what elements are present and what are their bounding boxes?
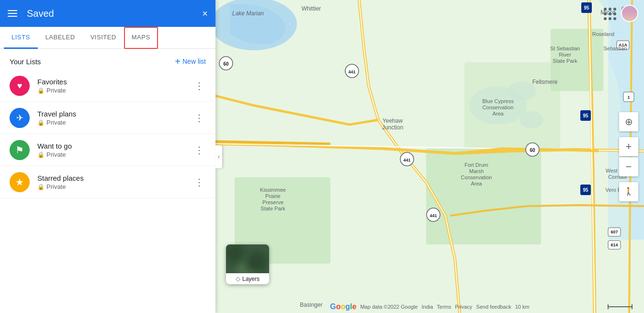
privacy-link[interactable]: Privacy	[455, 304, 472, 310]
svg-text:441: 441	[348, 70, 355, 74]
scale-label: 10 km	[515, 304, 530, 310]
layers-button[interactable]: ◇ Layers	[226, 244, 269, 284]
tab-visited[interactable]: VISITED	[83, 27, 124, 49]
svg-text:Kissimmee: Kissimmee	[260, 187, 286, 193]
more-options-starred-places[interactable]: ⋮	[192, 174, 206, 190]
list-name-favorites: Favorites	[37, 78, 192, 86]
svg-text:60: 60	[223, 61, 229, 67]
list-item-starred-places[interactable]: ★ Starred places 🔒 Private ⋮	[0, 166, 215, 198]
map-controls	[619, 112, 638, 201]
svg-text:Whittier: Whittier	[302, 5, 321, 12]
tab-labeled[interactable]: LABELED	[38, 27, 83, 49]
sidebar: Saved × LISTS LABELED VISITED MAPS Your …	[0, 0, 215, 313]
new-list-button[interactable]: + New list	[175, 57, 206, 66]
svg-text:Sebastian: Sebastian	[604, 46, 627, 51]
list-name-want-to-go: Want to go	[37, 142, 192, 150]
more-options-favorites[interactable]: ⋮	[192, 78, 206, 93]
svg-text:Conservation: Conservation	[461, 174, 492, 180]
svg-text:Conservation: Conservation	[483, 104, 514, 110]
close-icon[interactable]: ×	[202, 8, 208, 19]
svg-text:95: 95	[583, 113, 588, 118]
layers-diamond-icon: ◇	[236, 275, 240, 282]
map-area[interactable]: 441 441 441 60 60 95 95 95 1 A1A 607	[215, 0, 644, 313]
tab-lists[interactable]: LISTS	[4, 27, 38, 49]
hamburger-menu-icon[interactable]	[8, 10, 17, 17]
lock-icon: 🔒	[37, 119, 45, 126]
lists-header: Your Lists + New list	[0, 49, 215, 70]
sidebar-title: Saved	[27, 8, 202, 19]
svg-text:60: 60	[530, 148, 535, 153]
starred-places-icon: ★	[10, 172, 30, 192]
travel-plans-icon: ✈	[10, 108, 30, 128]
svg-text:1: 1	[627, 95, 630, 100]
list-privacy-want-to-go: 🔒 Private	[37, 151, 192, 158]
more-options-travel-plans[interactable]: ⋮	[192, 110, 206, 126]
new-list-label: New list	[182, 58, 206, 65]
terms-link[interactable]: Terms	[437, 304, 451, 310]
list-privacy-travel-plans: 🔒 Private	[37, 119, 192, 126]
lock-icon: 🔒	[37, 151, 45, 158]
svg-text:Area: Area	[471, 181, 482, 186]
svg-text:Blue Cypress: Blue Cypress	[482, 98, 514, 104]
svg-text:Fellsmere: Fellsmere	[532, 79, 558, 85]
svg-text:State Park: State Park	[553, 58, 577, 64]
street-view-button[interactable]	[619, 182, 638, 201]
lock-icon: 🔒	[37, 184, 45, 190]
want-to-go-icon: ⚑	[10, 140, 30, 160]
location-target-button[interactable]	[619, 112, 638, 131]
lock-icon: 🔒	[37, 87, 45, 94]
svg-text:441: 441	[429, 213, 437, 218]
favorites-icon: ♥	[10, 76, 30, 96]
svg-text:441: 441	[403, 158, 410, 162]
zoom-out-button[interactable]	[619, 157, 638, 176]
svg-text:State Park: State Park	[260, 206, 285, 211]
zoom-in-button[interactable]	[619, 137, 638, 156]
sidebar-collapse-handle[interactable]: ‹	[215, 145, 222, 168]
new-list-plus-icon: +	[175, 57, 181, 66]
list-name-travel-plans: Travel plans	[37, 110, 192, 118]
svg-text:River: River	[559, 52, 571, 58]
tab-maps[interactable]: MAPS	[124, 27, 158, 49]
layers-label: ◇ Layers	[226, 273, 269, 284]
map-footer: Google Map data ©2022 Google India Terms…	[215, 302, 644, 311]
svg-text:Junction: Junction	[382, 124, 404, 131]
list-privacy-starred-places: 🔒 Private	[37, 183, 192, 190]
feedback-link[interactable]: Send feedback	[476, 304, 511, 310]
google-logo: Google	[330, 302, 356, 311]
apps-grid-icon[interactable]	[602, 6, 617, 21]
map-data-label: Map data ©2022 Google	[360, 304, 418, 310]
svg-text:Area: Area	[492, 111, 504, 116]
layers-thumbnail	[226, 244, 269, 273]
sidebar-header: Saved ×	[0, 0, 215, 27]
svg-text:95: 95	[584, 5, 589, 11]
svg-text:95: 95	[583, 187, 588, 193]
svg-text:Fort Drum: Fort Drum	[464, 162, 488, 168]
map-svg: 441 441 441 60 60 95 95 95 1 A1A 607	[215, 0, 644, 313]
list-privacy-favorites: 🔒 Private	[37, 87, 192, 94]
svg-text:Preserve: Preserve	[262, 199, 283, 205]
svg-text:607: 607	[610, 230, 618, 234]
svg-text:Lake Marian: Lake Marian	[232, 10, 264, 17]
profile-avatar[interactable]	[621, 5, 638, 22]
list-items-container: ♥ Favorites 🔒 Private ⋮ ✈ Travel plans 🔒…	[0, 70, 215, 313]
more-options-want-to-go[interactable]: ⋮	[192, 142, 206, 158]
svg-text:Roseland: Roseland	[592, 31, 614, 37]
india-link[interactable]: India	[421, 304, 433, 310]
svg-text:614: 614	[610, 243, 618, 247]
list-item-favorites[interactable]: ♥ Favorites 🔒 Private ⋮	[0, 70, 215, 102]
lists-heading: Your Lists	[10, 58, 41, 66]
svg-text:St Sebastian: St Sebastian	[550, 46, 580, 51]
svg-text:Marsh: Marsh	[469, 168, 484, 174]
svg-text:Yeehaw: Yeehaw	[383, 117, 403, 124]
svg-text:Prairie: Prairie	[265, 193, 281, 199]
list-item-travel-plans[interactable]: ✈ Travel plans 🔒 Private ⋮	[0, 102, 215, 134]
list-item-want-to-go[interactable]: ⚑ Want to go 🔒 Private ⋮	[0, 134, 215, 166]
list-name-starred-places: Starred places	[37, 174, 192, 182]
tabs-bar: LISTS LABELED VISITED MAPS	[0, 27, 215, 49]
